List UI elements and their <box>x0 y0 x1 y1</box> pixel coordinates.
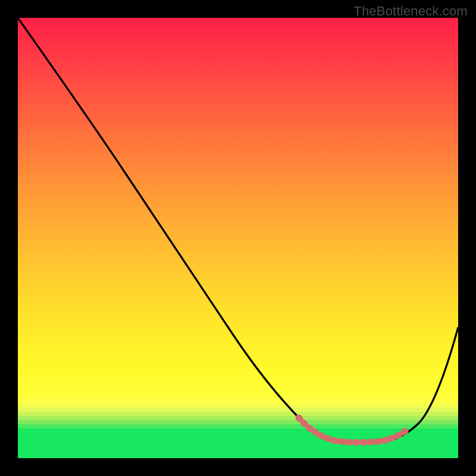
bottleneck-curve-svg <box>18 18 458 458</box>
watermark-text: TheBottleneck.com <box>353 4 468 19</box>
chart-frame: TheBottleneck.com <box>0 0 476 476</box>
highlight-segment <box>299 418 406 442</box>
plot-area <box>18 18 458 458</box>
bottleneck-curve-path <box>18 18 458 443</box>
